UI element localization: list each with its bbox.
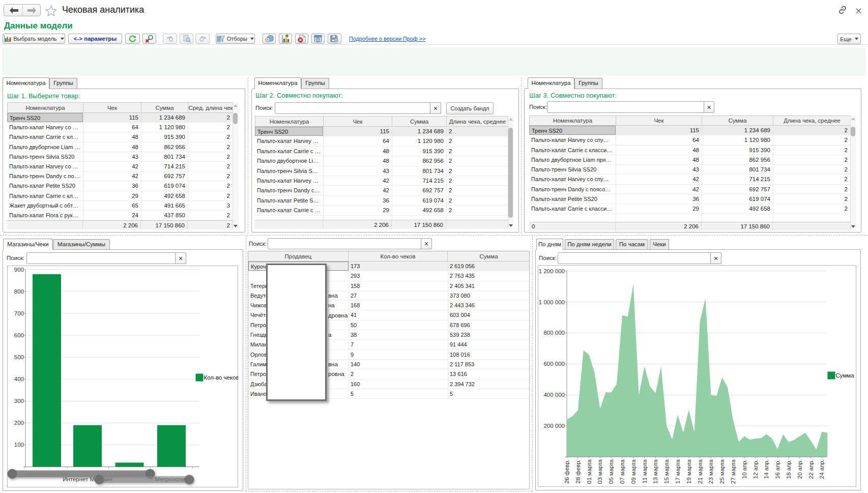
svg-text:27 марта: 27 марта (730, 459, 736, 484)
svg-text:800 000: 800 000 (543, 330, 565, 336)
svg-text:700: 700 (14, 310, 24, 316)
svg-text:12 апр.: 12 апр. (753, 459, 759, 479)
svg-text:13 марта: 13 марта (652, 459, 658, 484)
svg-text:14 апр.: 14 апр. (763, 459, 769, 479)
svg-text:Кол-во чеков: Кол-во чеков (204, 374, 239, 381)
svg-text:23 марта: 23 марта (708, 459, 714, 484)
svg-text:26 февр.: 26 февр. (564, 459, 570, 484)
svg-text:500: 500 (14, 354, 24, 360)
svg-text:01 марта: 01 марта (586, 459, 592, 484)
svg-text:19 марта: 19 марта (686, 459, 692, 484)
svg-text:800: 800 (14, 288, 24, 295)
svg-text:22 апр.: 22 апр. (808, 459, 814, 479)
svg-text:15 марта: 15 марта (663, 459, 670, 484)
svg-text:21 марта: 21 марта (697, 459, 703, 484)
svg-text:300: 300 (14, 398, 24, 404)
svg-text:18 апр.: 18 апр. (786, 459, 792, 479)
svg-text:400: 400 (14, 376, 24, 382)
svg-text:20 апр.: 20 апр. (797, 459, 803, 479)
svg-text:Сумма: Сумма (836, 372, 855, 379)
svg-text:25 марта: 25 марта (719, 459, 725, 484)
svg-text:07 марта: 07 марта (619, 459, 625, 484)
svg-text:17 марта: 17 марта (675, 459, 681, 484)
svg-text:100: 100 (14, 442, 24, 448)
svg-text:24 апр.: 24 апр. (819, 459, 825, 479)
svg-text:03 марта: 03 марта (597, 459, 603, 484)
svg-text:05 марта: 05 марта (608, 459, 614, 484)
svg-text:16 апр.: 16 апр. (774, 459, 780, 479)
svg-text:200 000: 200 000 (543, 423, 565, 429)
svg-text:11 марта: 11 марта (642, 459, 648, 483)
svg-text:10 апр.: 10 апр. (741, 459, 747, 479)
svg-text:600 000: 600 000 (543, 361, 565, 367)
svg-text:900: 900 (14, 267, 24, 273)
svg-text:1 200 000: 1 200 000 (539, 268, 565, 274)
svg-text:600: 600 (14, 332, 24, 338)
svg-text:1 000 000: 1 000 000 (539, 299, 565, 305)
svg-text:200: 200 (14, 420, 24, 426)
svg-text:400 000: 400 000 (543, 392, 565, 398)
svg-text:09 марта: 09 марта (630, 459, 636, 484)
svg-text:28 февр.: 28 февр. (575, 459, 581, 484)
